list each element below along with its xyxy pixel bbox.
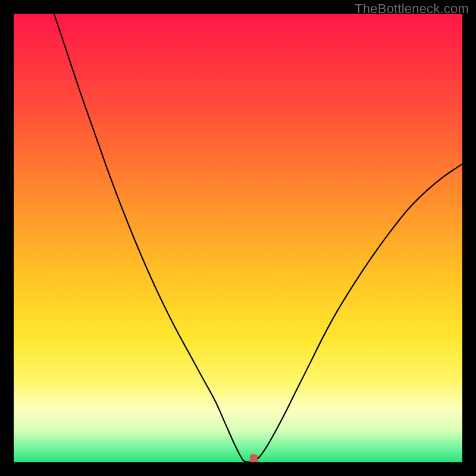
plot-area: [14, 14, 462, 462]
gradient-background: [14, 14, 462, 462]
chart-svg: [14, 14, 462, 462]
watermark-text: TheBottleneck.com: [355, 1, 469, 17]
chart-frame: TheBottleneck.com: [0, 0, 476, 476]
min-marker: [250, 455, 257, 462]
